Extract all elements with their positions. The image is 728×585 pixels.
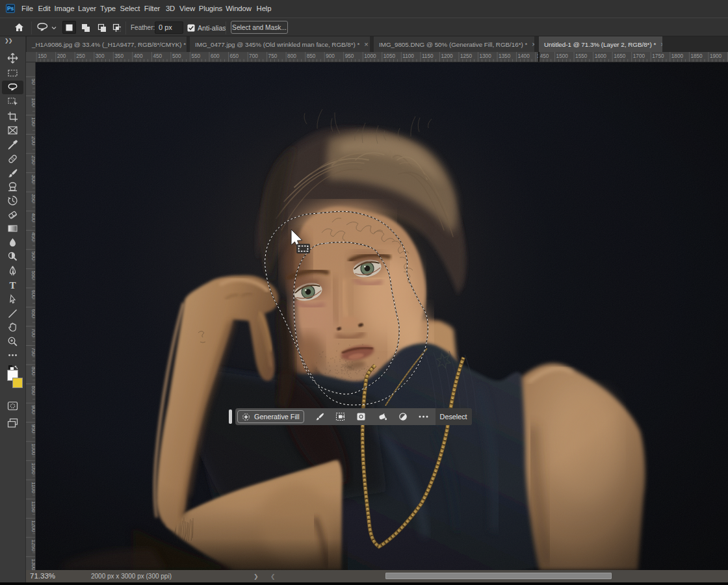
svg-text:200: 200 xyxy=(57,53,66,59)
svg-text:400: 400 xyxy=(31,213,36,222)
svg-text:800: 800 xyxy=(287,53,296,59)
svg-text:700: 700 xyxy=(31,328,36,337)
svg-text:750: 750 xyxy=(31,348,36,357)
svg-text:300: 300 xyxy=(31,175,36,184)
svg-text:900: 900 xyxy=(326,53,335,59)
svg-text:1100: 1100 xyxy=(31,482,36,493)
svg-text:1000: 1000 xyxy=(31,443,36,456)
svg-text:1250: 1250 xyxy=(31,540,36,552)
svg-text:1750: 1750 xyxy=(652,53,664,59)
svg-text:1200: 1200 xyxy=(31,520,36,532)
svg-text:450: 450 xyxy=(31,232,36,241)
svg-text:1300: 1300 xyxy=(31,558,36,570)
svg-text:50: 50 xyxy=(31,79,36,85)
svg-text:950: 950 xyxy=(31,424,36,434)
svg-text:600: 600 xyxy=(211,53,220,59)
svg-text:1050: 1050 xyxy=(31,463,36,475)
svg-text:850: 850 xyxy=(31,386,36,395)
svg-text:150: 150 xyxy=(38,53,47,59)
svg-text:1200: 1200 xyxy=(441,53,453,59)
svg-text:1400: 1400 xyxy=(518,53,530,59)
svg-text:350: 350 xyxy=(31,194,36,203)
svg-text:1000: 1000 xyxy=(364,53,376,59)
svg-text:650: 650 xyxy=(230,53,239,59)
svg-text:950: 950 xyxy=(345,53,354,59)
svg-text:1100: 1100 xyxy=(402,53,414,59)
svg-text:400: 400 xyxy=(134,53,143,59)
svg-text:700: 700 xyxy=(249,53,258,59)
svg-text:150: 150 xyxy=(31,117,36,126)
svg-text:1600: 1600 xyxy=(595,53,607,59)
svg-text:300: 300 xyxy=(96,53,105,59)
svg-text:1150: 1150 xyxy=(422,53,434,59)
svg-text:1700: 1700 xyxy=(633,53,645,59)
svg-text:450: 450 xyxy=(153,53,162,59)
svg-text:T: T xyxy=(9,280,16,290)
svg-text:1500: 1500 xyxy=(556,53,569,59)
svg-text:1050: 1050 xyxy=(384,53,396,59)
svg-text:1850: 1850 xyxy=(690,53,703,59)
svg-text:1550: 1550 xyxy=(575,53,588,59)
svg-text:800: 800 xyxy=(31,367,36,376)
svg-text:250: 250 xyxy=(31,155,36,164)
svg-text:1150: 1150 xyxy=(31,501,36,513)
svg-text:600: 600 xyxy=(31,290,36,299)
svg-text:200: 200 xyxy=(31,136,36,146)
svg-text:1250: 1250 xyxy=(460,53,473,59)
svg-text:250: 250 xyxy=(76,53,85,59)
svg-text:1350: 1350 xyxy=(499,53,511,59)
svg-text:550: 550 xyxy=(191,53,200,59)
svg-text:1300: 1300 xyxy=(480,53,492,59)
svg-text:650: 650 xyxy=(31,309,36,318)
svg-text:100: 100 xyxy=(31,98,36,107)
svg-text:1900: 1900 xyxy=(710,53,722,59)
svg-text:1800: 1800 xyxy=(671,53,684,59)
svg-text:550: 550 xyxy=(31,270,36,280)
svg-text:350: 350 xyxy=(114,53,124,59)
svg-text:900: 900 xyxy=(31,405,36,414)
svg-text:750: 750 xyxy=(268,53,278,59)
svg-text:850: 850 xyxy=(307,53,316,59)
svg-text:500: 500 xyxy=(172,53,181,59)
svg-text:500: 500 xyxy=(31,252,36,261)
svg-text:1650: 1650 xyxy=(614,53,626,59)
